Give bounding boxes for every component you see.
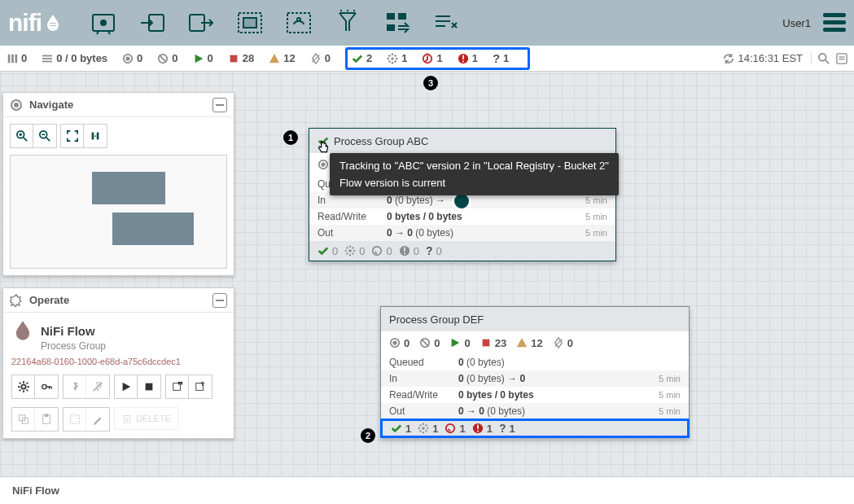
svg-rect-54 xyxy=(97,133,99,140)
svg-rect-69 xyxy=(70,415,79,424)
stop-button[interactable] xyxy=(138,375,160,398)
svg-point-57 xyxy=(21,384,25,388)
start-button[interactable] xyxy=(115,375,138,398)
add-input-port-icon[interactable] xyxy=(138,8,167,37)
svg-rect-23 xyxy=(230,55,237,62)
operate-collapse-button[interactable] xyxy=(212,293,227,308)
svg-point-3 xyxy=(101,20,106,25)
svg-text:+: + xyxy=(179,382,181,385)
svg-point-31 xyxy=(394,55,396,57)
svg-point-77 xyxy=(349,246,351,248)
operate-title: Operate xyxy=(29,294,69,306)
svg-rect-88 xyxy=(404,253,405,255)
svg-point-29 xyxy=(396,57,398,59)
svg-rect-36 xyxy=(462,55,464,59)
readwrite-label: Read/Write xyxy=(318,211,387,222)
bulletin-icon[interactable] xyxy=(836,53,847,64)
add-template-icon[interactable] xyxy=(382,8,411,37)
configure-button[interactable] xyxy=(12,375,35,398)
svg-point-100 xyxy=(420,424,422,426)
svg-rect-107 xyxy=(477,431,479,432)
svg-rect-16 xyxy=(42,55,52,56)
svg-point-96 xyxy=(423,423,424,425)
svg-line-92 xyxy=(422,340,429,347)
svg-point-95 xyxy=(422,427,425,430)
active-threads: 0 xyxy=(7,52,27,64)
add-processor-icon[interactable] xyxy=(89,8,118,37)
hand-cursor-icon xyxy=(316,140,331,157)
out-label: Out xyxy=(389,405,458,417)
svg-point-58 xyxy=(42,384,46,388)
create-template-button[interactable]: + xyxy=(166,375,189,398)
svg-rect-18 xyxy=(42,60,52,62)
top-toolbar: nifi User1 xyxy=(0,0,854,46)
svg-point-32 xyxy=(388,60,391,63)
svg-point-90 xyxy=(393,341,396,344)
username-label: User1 xyxy=(782,17,811,29)
svg-rect-42 xyxy=(839,59,845,59)
svg-point-76 xyxy=(348,249,352,252)
navigate-collapse-button[interactable] xyxy=(212,98,227,112)
svg-point-75 xyxy=(322,163,325,166)
svg-rect-56 xyxy=(216,300,224,301)
svg-rect-17 xyxy=(42,58,52,59)
copy-button xyxy=(12,408,35,431)
disable-button xyxy=(86,375,109,398)
queue-size: 0 / 0 bytes xyxy=(42,52,107,64)
svg-point-25 xyxy=(391,57,394,60)
svg-point-80 xyxy=(353,250,355,252)
queued-label: Queued xyxy=(389,357,458,368)
navigate-title: Navigate xyxy=(29,99,73,111)
running-count: 0 xyxy=(193,52,213,64)
svg-point-33 xyxy=(394,60,396,63)
group-button xyxy=(64,408,86,431)
add-process-group-icon[interactable] xyxy=(235,8,265,37)
svg-point-84 xyxy=(353,252,354,254)
svg-rect-70 xyxy=(125,416,130,423)
svg-point-78 xyxy=(349,254,351,256)
zoom-in-button[interactable] xyxy=(11,125,33,147)
add-funnel-icon[interactable] xyxy=(333,8,362,37)
svg-rect-8 xyxy=(287,13,310,33)
zoom-actual-button[interactable] xyxy=(84,125,107,147)
disabled-count: 0 xyxy=(310,52,331,64)
add-remote-process-group-icon[interactable] xyxy=(284,8,313,37)
global-menu-button[interactable] xyxy=(823,13,846,33)
process-group-def[interactable]: Process Group DEF 0 0 0 23 12 0 Queued0 … xyxy=(380,306,690,438)
operate-component-name: NiFi Flow xyxy=(41,324,95,338)
svg-rect-13 xyxy=(8,54,11,63)
svg-point-85 xyxy=(373,247,382,256)
svg-rect-93 xyxy=(482,340,489,347)
breadcrumb-bar[interactable]: NiFi Flow xyxy=(0,476,854,504)
svg-point-82 xyxy=(353,247,354,248)
svg-point-81 xyxy=(347,247,348,248)
invalid-count: 12 xyxy=(269,52,295,64)
svg-line-22 xyxy=(160,55,167,62)
readwrite-label: Read/Write xyxy=(389,389,458,401)
svg-rect-1 xyxy=(50,25,56,26)
zoom-out-button[interactable] xyxy=(33,125,56,147)
not-transmitting-count: 0 xyxy=(157,52,177,64)
svg-rect-7 xyxy=(243,18,256,28)
svg-rect-41 xyxy=(839,56,845,57)
operate-component-type: Process Group xyxy=(41,340,226,352)
svg-point-28 xyxy=(388,57,390,59)
process-group-def-version-footer: 1 1 1 1 ?1 xyxy=(380,419,690,438)
zoom-fit-button[interactable] xyxy=(61,125,84,147)
search-icon[interactable] xyxy=(818,53,830,64)
svg-point-104 xyxy=(446,424,455,433)
last-refresh[interactable]: 14:16:31 EST xyxy=(723,52,804,64)
svg-rect-0 xyxy=(50,23,56,24)
add-output-port-icon[interactable] xyxy=(186,8,216,37)
navigate-panel: Navigate xyxy=(2,92,234,276)
svg-point-30 xyxy=(388,55,391,57)
add-label-icon[interactable] xyxy=(431,8,460,37)
process-group-def-title: Process Group DEF xyxy=(389,313,484,326)
svg-rect-12 xyxy=(387,24,395,31)
upload-template-button[interactable] xyxy=(189,375,212,398)
svg-line-94 xyxy=(554,340,562,347)
access-policies-button[interactable] xyxy=(35,375,58,398)
svg-point-26 xyxy=(392,53,394,55)
birdseye-view[interactable] xyxy=(10,155,227,269)
enable-button xyxy=(64,375,86,398)
